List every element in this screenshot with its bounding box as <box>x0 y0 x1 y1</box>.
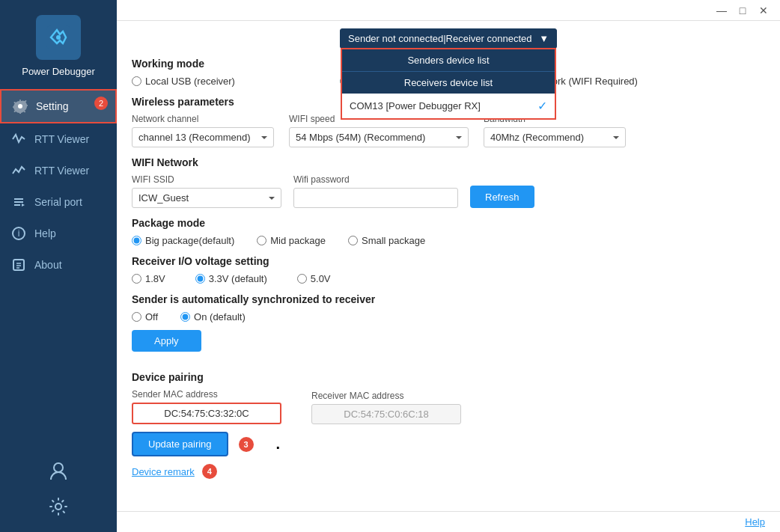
3v3-radio[interactable] <box>195 274 205 284</box>
sidebar-item-about-label: About <box>34 259 62 271</box>
bottom-bar: Help <box>117 511 780 532</box>
receiver-io-row: 1.8V 3.3V (default) 5.0V <box>132 273 765 284</box>
connection-dropdown-header[interactable]: Sender not connected|Receiver connected … <box>341 29 556 48</box>
password-input[interactable] <box>293 188 458 208</box>
senders-device-list-item[interactable]: Senders device list <box>342 49 555 72</box>
app-title: Power Debugger <box>22 66 95 77</box>
package-mode-row: Big package(default) Mid package Small p… <box>132 235 765 246</box>
local-usb-option[interactable]: Local USB (receiver) <box>132 76 235 87</box>
setting-icon <box>12 98 28 114</box>
profile-icon[interactable] <box>48 460 69 485</box>
receiver-io-title: Receiver I/O voltage setting <box>132 255 765 267</box>
sidebar-item-rtt1-label: RTT Viewer <box>34 133 89 145</box>
minimize-button[interactable]: — <box>711 3 732 18</box>
serial-icon <box>10 194 27 210</box>
3v3-option[interactable]: 3.3V (default) <box>195 273 267 284</box>
1v8-label: 1.8V <box>145 273 165 284</box>
sync-off-radio[interactable] <box>132 312 141 322</box>
bandwidth-select[interactable]: 40Mhz (Recommend) <box>484 127 626 147</box>
network-channel-select[interactable]: channel 13 (Recommend) <box>132 127 274 147</box>
sidebar-item-help-label: Help <box>34 227 56 239</box>
network-channel-group: Network channel channel 13 (Recommend) <box>132 114 274 147</box>
sync-on-label: On (default) <box>194 311 246 322</box>
sidebar-nav: Setting 2 RTT Viewer RTT Viewer <box>0 89 117 448</box>
sidebar-item-setting-label: Setting <box>36 100 69 112</box>
rtt1-icon <box>10 131 27 147</box>
help-link[interactable]: Help <box>745 516 765 528</box>
sender-mac-input[interactable] <box>132 403 281 424</box>
pairing-row: Sender MAC address Receiver MAC address <box>132 389 765 424</box>
ssid-group: WIFI SSID ICW_Guest <box>132 174 281 208</box>
sidebar-item-setting[interactable]: Setting 2 <box>0 89 117 123</box>
3v3-label: 3.3V (default) <box>209 273 267 284</box>
small-package-label: Small package <box>362 235 425 246</box>
close-button[interactable]: ✕ <box>753 3 774 18</box>
sender-mac-box: Sender MAC address <box>132 389 281 424</box>
5v0-option[interactable]: 5.0V <box>297 273 331 284</box>
update-pairing-button[interactable]: Update pairing <box>132 432 228 456</box>
1v8-option[interactable]: 1.8V <box>132 273 165 284</box>
wifi-network-row: WIFI SSID ICW_Guest Wifi password Refres… <box>132 174 765 208</box>
badge-3: 3 <box>239 437 254 452</box>
5v0-label: 5.0V <box>311 273 331 284</box>
badge-4: 4 <box>202 464 217 479</box>
small-package-radio[interactable] <box>348 236 358 245</box>
sidebar-item-rtt2-label: RTT Viewer <box>34 165 89 177</box>
connection-status-text: Sender not connected|Receiver connected <box>348 33 531 44</box>
svg-rect-5 <box>13 260 24 270</box>
svg-point-10 <box>55 504 61 510</box>
big-package-radio[interactable] <box>132 236 141 245</box>
logo-icon <box>36 15 81 60</box>
title-bar: — □ ✕ <box>117 0 780 21</box>
mid-package-option[interactable]: Mid package <box>257 235 326 246</box>
svg-point-9 <box>54 463 63 472</box>
wifi-speed-select[interactable]: 54 Mbps (54M) (Recommend) <box>289 127 469 147</box>
com13-item[interactable]: COM13 [Power Debugger RX] ✓ <box>342 94 555 118</box>
small-package-option[interactable]: Small package <box>348 235 425 246</box>
connection-dropdown[interactable]: Sender not connected|Receiver connected … <box>340 28 557 49</box>
big-package-option[interactable]: Big package(default) <box>132 235 234 246</box>
receiver-mac-box: Receiver MAC address <box>311 391 461 424</box>
svg-point-1 <box>56 35 61 40</box>
logo-area: Power Debugger <box>0 0 117 89</box>
sidebar-item-rtt1[interactable]: RTT Viewer <box>0 123 117 155</box>
com13-label: COM13 [Power Debugger RX] <box>350 100 481 111</box>
1v8-radio[interactable] <box>132 274 141 284</box>
svg-text:i: i <box>18 228 20 239</box>
sync-on-radio[interactable] <box>180 312 190 322</box>
sidebar-item-help[interactable]: i Help <box>0 218 117 249</box>
ssid-label: WIFI SSID <box>132 174 281 185</box>
gear-icon[interactable] <box>49 497 68 520</box>
local-usb-radio[interactable] <box>132 76 141 86</box>
sidebar-bottom <box>0 448 117 532</box>
sync-off-label: Off <box>145 311 158 322</box>
sidebar-item-about[interactable]: About <box>0 249 117 281</box>
receivers-device-list-item[interactable]: Receivers device list <box>342 72 555 94</box>
dropdown-arrow-icon: ▼ <box>539 33 549 44</box>
sidebar-item-rtt2[interactable]: RTT Viewer <box>0 155 117 186</box>
help-icon: i <box>10 225 27 242</box>
mid-package-radio[interactable] <box>257 236 266 245</box>
ssid-select[interactable]: ICW_Guest <box>132 188 281 208</box>
sync-off-option[interactable]: Off <box>132 311 158 322</box>
password-group: Wifi password <box>293 174 458 208</box>
local-usb-label: Local USB (receiver) <box>145 76 235 87</box>
sidebar: Power Debugger Setting 2 RTT Viewer <box>0 0 117 532</box>
device-remark-link[interactable]: Device remark <box>132 466 195 477</box>
sync-title: Sender is automatically synchronized to … <box>132 293 765 305</box>
sidebar-item-serial[interactable]: Serial port <box>0 186 117 218</box>
maximize-button[interactable]: □ <box>732 3 753 18</box>
rtt2-icon <box>10 162 27 179</box>
receiver-mac-input[interactable] <box>311 404 461 424</box>
sidebar-item-serial-label: Serial port <box>34 196 82 208</box>
device-pairing-title: Device pairing <box>132 371 765 383</box>
main-content: — □ ✕ Sender not connected|Receiver conn… <box>117 0 780 532</box>
big-package-label: Big package(default) <box>145 235 234 246</box>
5v0-radio[interactable] <box>297 274 307 284</box>
refresh-button[interactable]: Refresh <box>470 186 534 208</box>
sender-mac-label: Sender MAC address <box>132 389 281 400</box>
sync-on-option[interactable]: On (default) <box>180 311 246 322</box>
sync-row: Off On (default) <box>132 311 765 322</box>
package-mode-title: Package mode <box>132 217 765 229</box>
apply-button[interactable]: Apply <box>132 330 201 352</box>
